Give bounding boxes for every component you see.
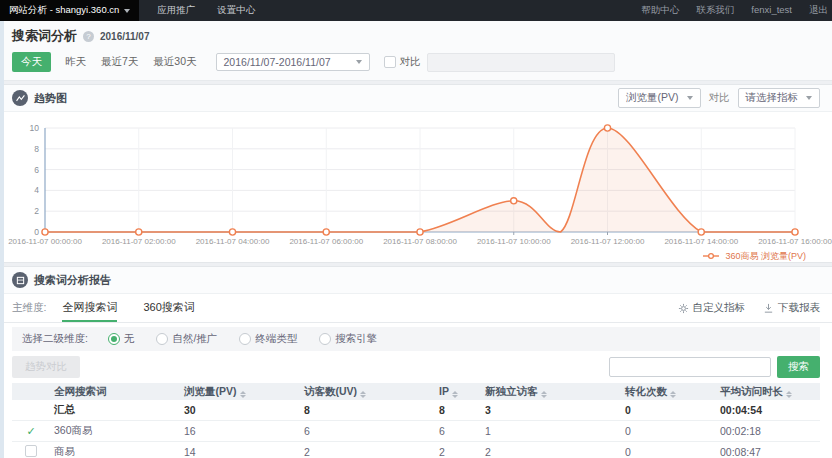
trend-chart-svg: 02468102016-11-07 00:00:002016-11-07 02:…: [0, 114, 832, 246]
topbar-menu-item-0[interactable]: 应用推广: [157, 4, 195, 17]
gear-icon: [678, 303, 689, 314]
cell-keyword: 汇总: [50, 400, 180, 421]
svg-text:8: 8: [34, 144, 39, 154]
date-range-select[interactable]: 2016/11/07-2016/11/07: [216, 53, 370, 71]
svg-text:10: 10: [30, 123, 40, 133]
current-date: 2016/11/07: [100, 31, 150, 42]
brand-label: 网站分析 - shangyi.360.cn: [9, 4, 119, 17]
sort-icon[interactable]: [786, 391, 792, 398]
dimension-radio-label-2: 终端类型: [255, 332, 297, 346]
sort-icon[interactable]: [541, 391, 547, 398]
svg-text:2: 2: [34, 206, 39, 216]
svg-text:0: 0: [34, 227, 39, 237]
quick-range-2[interactable]: 最近7天: [101, 55, 138, 69]
report-tab-0[interactable]: 全网搜索词: [62, 294, 117, 322]
checked-icon[interactable]: ✓: [26, 425, 35, 437]
cell-value-0: 16: [180, 421, 300, 442]
dimension-radio-0[interactable]: 无: [108, 332, 135, 346]
topbar-right-item-1[interactable]: 联系我们: [696, 4, 734, 17]
report-tab-1[interactable]: 360搜索词: [143, 294, 194, 322]
chevron-down-icon: [687, 96, 693, 100]
cell-value-1: 8: [300, 400, 435, 421]
date-range-value: 2016/11/07-2016/11/07: [224, 56, 331, 68]
compare-date-input-disabled: [427, 53, 615, 72]
quick-range-1[interactable]: 昨天: [65, 55, 86, 69]
radio-icon: [239, 333, 251, 345]
topbar-right-item-3[interactable]: 退出: [809, 4, 828, 17]
row-checkbox-cell: [12, 400, 50, 421]
cell-value-5: 00:02:18: [716, 421, 820, 442]
topbar-menu-item-1[interactable]: 设置中心: [217, 4, 255, 17]
row-checkbox-cell[interactable]: ✓: [12, 421, 50, 442]
secondary-dimension-row: 选择二级维度: 无自然/推广终端类型搜索引擎: [12, 327, 820, 351]
cell-value-2: 6: [435, 421, 481, 442]
download-report-label: 下载报表: [778, 301, 820, 315]
trend-panel: 趋势图 浏览量(PV) 对比 请选择指标 02468102016-11-07 0…: [0, 84, 832, 263]
window-edge: [0, 21, 4, 458]
svg-text:2016-11-07 14:00:00: 2016-11-07 14:00:00: [664, 237, 738, 246]
row-checkbox[interactable]: [25, 445, 37, 457]
svg-text:2016-11-07 00:00:00: 2016-11-07 00:00:00: [8, 237, 82, 246]
metric-select-value: 浏览量(PV): [626, 91, 679, 105]
sort-icon[interactable]: [452, 391, 458, 398]
chevron-down-icon: [356, 60, 362, 64]
page-header: 搜索词分析 2016/11/07 今天昨天最近7天最近30天 2016/11/0…: [0, 21, 832, 81]
cell-value-5: 00:08:47: [716, 442, 820, 458]
column-header-2[interactable]: 访客数(UV): [300, 383, 435, 400]
secondary-dimension-label: 选择二级维度:: [22, 332, 88, 346]
compare-metric-placeholder: 请选择指标: [746, 91, 799, 105]
metric-select[interactable]: 浏览量(PV): [618, 88, 701, 108]
vs-label: 对比: [709, 91, 730, 105]
cell-value-3: 1: [481, 421, 621, 442]
page-title: 搜索词分析: [12, 27, 77, 45]
quick-range-3[interactable]: 最近30天: [153, 55, 196, 69]
column-header-1[interactable]: 浏览量(PV): [180, 383, 300, 400]
radio-icon: [319, 333, 331, 345]
table-body: 汇总30883000:04:54✓360商易16661000:02:18商易14…: [12, 400, 820, 458]
cell-value-4: 0: [621, 421, 716, 442]
dimension-radio-1[interactable]: 自然/推广: [156, 332, 217, 346]
dimension-radio-3[interactable]: 搜索引擎: [319, 332, 377, 346]
sort-icon[interactable]: [360, 391, 366, 398]
cell-value-0: 14: [180, 442, 300, 458]
topbar-right-item-0[interactable]: 帮助中心: [641, 4, 679, 17]
dimension-radio-2[interactable]: 终端类型: [239, 332, 297, 346]
trend-compare-button-disabled: 趋势对比: [12, 356, 80, 378]
topbar-right-list: 帮助中心联系我们fenxi_test退出: [641, 4, 832, 17]
compare-label: 对比: [400, 55, 421, 69]
svg-text:2016-11-07 04:00:00: 2016-11-07 04:00:00: [196, 237, 270, 246]
compare-metric-select[interactable]: 请选择指标: [738, 88, 821, 108]
report-tab-list: 全网搜索词360搜索词: [62, 294, 220, 322]
column-header-3[interactable]: IP: [435, 383, 481, 400]
info-icon[interactable]: [83, 31, 94, 42]
radio-icon: [156, 333, 168, 345]
column-header-4[interactable]: 新独立访客: [481, 383, 621, 400]
dimension-label: 主维度:: [12, 301, 46, 315]
column-header-6[interactable]: 平均访问时长: [716, 383, 820, 400]
chevron-down-icon: [124, 9, 130, 13]
chart-legend[interactable]: 360商易 浏览量(PV): [0, 250, 832, 262]
quick-range-0[interactable]: 今天: [12, 52, 51, 72]
search-button[interactable]: 搜索: [777, 356, 820, 378]
custom-metrics-label: 自定义指标: [693, 301, 746, 315]
cell-value-2: 8: [435, 400, 481, 421]
topbar-right-item-2[interactable]: fenxi_test: [751, 4, 792, 17]
keyword-search-input[interactable]: [609, 357, 771, 377]
top-navigation-bar: 网站分析 - shangyi.360.cn 应用推广设置中心 帮助中心联系我们f…: [0, 0, 832, 21]
sort-icon[interactable]: [670, 391, 676, 398]
row-checkbox-cell[interactable]: [12, 442, 50, 458]
cell-value-5: 00:04:54: [716, 400, 820, 421]
download-report-button[interactable]: 下载报表: [763, 301, 820, 315]
dimension-radio-label-1: 自然/推广: [172, 332, 217, 346]
trend-chart: 02468102016-11-07 00:00:002016-11-07 02:…: [0, 112, 832, 262]
sort-icon[interactable]: [240, 391, 246, 398]
column-header-5[interactable]: 转化次数: [621, 383, 716, 400]
compare-checkbox[interactable]: [384, 56, 396, 68]
custom-metrics-button[interactable]: 自定义指标: [678, 301, 746, 315]
cell-value-3: 2: [481, 442, 621, 458]
svg-text:2016-11-07 08:00:00: 2016-11-07 08:00:00: [383, 237, 457, 246]
summary-row: 汇总30883000:04:54: [12, 400, 820, 421]
svg-text:2016-11-07 02:00:00: 2016-11-07 02:00:00: [102, 237, 176, 246]
cell-value-1: 2: [300, 442, 435, 458]
brand-site-switcher[interactable]: 网站分析 - shangyi.360.cn: [0, 0, 139, 21]
